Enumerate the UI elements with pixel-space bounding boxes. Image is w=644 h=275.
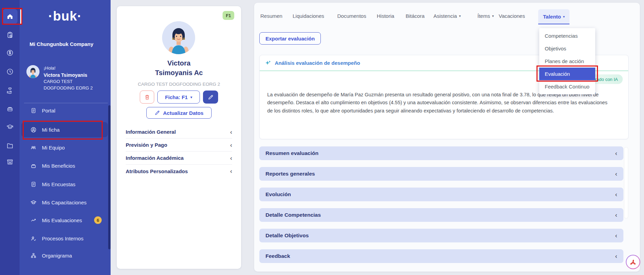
accordion-label: Reportes generales xyxy=(265,171,315,177)
tab-liquidaciones[interactable]: Liquidaciones xyxy=(293,13,324,19)
accordion-reportes-generales[interactable]: Reportes generales‹ xyxy=(259,167,623,181)
sidebar-item-label: Mis Capacitaciones xyxy=(42,200,87,205)
user-role-line2: DOGFOODING EORG 2 xyxy=(44,85,93,92)
training-icon[interactable] xyxy=(0,121,20,133)
person-circle-icon xyxy=(30,127,37,133)
time-icon[interactable] xyxy=(0,66,20,77)
org-chart-icon xyxy=(30,252,37,259)
tab-items[interactable]: Ítems▾ xyxy=(477,13,494,19)
sparkle-icon xyxy=(264,60,271,67)
sidebar-item-mis-evaluaciones[interactable]: Mis Evaluaciones 6 xyxy=(21,214,108,227)
caret-down-icon: ▾ xyxy=(459,14,461,18)
accordion-detalle-objetivos[interactable]: Detalle Objetivos‹ xyxy=(259,229,623,242)
pencil-icon xyxy=(208,94,214,100)
marketplace-icon[interactable] xyxy=(0,156,20,168)
section-informacion-general[interactable]: Información General‹ xyxy=(126,125,232,139)
company-name: Mi Chungunbuk Company xyxy=(30,41,93,47)
section-label: Información General xyxy=(126,129,176,135)
section-label: Atributos Personalizados xyxy=(126,168,188,174)
sidebar-item-procesos-internos[interactable]: Procesos Internos xyxy=(21,232,108,245)
export-evaluation-button[interactable]: Exportar evaluación xyxy=(259,32,321,45)
trash-icon xyxy=(144,94,150,100)
accordion-resumen-evaluacion[interactable]: Resumen evaluación‹ xyxy=(259,146,623,160)
chevron-left-icon: ‹ xyxy=(230,155,232,161)
documents-folder-icon[interactable] xyxy=(0,140,20,152)
notification-badge: 6 xyxy=(94,216,102,224)
section-prevision-y-pago[interactable]: Previsión y Pago‹ xyxy=(126,139,232,152)
buk-logo: ·buk· xyxy=(20,9,111,24)
accordion-label: Resumen evaluación xyxy=(265,150,318,156)
ficha-version-badge: F1 xyxy=(223,11,234,20)
dropdown-item-objetivos[interactable]: Objetivos xyxy=(539,42,595,55)
acrobat-icon xyxy=(629,258,637,266)
pdf-export-button[interactable] xyxy=(626,255,640,269)
section-informacion-academica[interactable]: Información Académica‹ xyxy=(126,152,232,165)
sidebar-scrollbar[interactable] xyxy=(108,105,111,249)
tab-vacaciones[interactable]: Vacaciones xyxy=(499,13,525,19)
chevron-left-icon: ‹ xyxy=(230,129,232,135)
accordion-label: Detalle Competencias xyxy=(265,212,321,218)
ficha-selector[interactable]: Ficha: F1 ▾ xyxy=(157,91,200,104)
chevron-left-icon: ‹ xyxy=(230,168,232,174)
accordion-feedback[interactable]: Feedback‹ xyxy=(259,249,623,263)
sidebar-item-portal[interactable]: Portal xyxy=(21,104,108,117)
sidebar-item-label: Mi Equipo xyxy=(42,145,65,151)
chevron-left-icon: ‹ xyxy=(615,253,617,259)
sidebar-item-label: Portal xyxy=(42,108,55,113)
accordion-label: Detalle Objetivos xyxy=(265,232,309,239)
home-icon[interactable] xyxy=(2,9,18,24)
accordion-evolucion[interactable]: Evolución‹ xyxy=(259,188,623,201)
sidebar-item-label: Procesos Internos xyxy=(42,236,83,241)
tab-documentos[interactable]: Documentos xyxy=(337,13,366,19)
tasks-icon[interactable] xyxy=(0,29,20,41)
employee-role: CARGO TEST DOGFOODING EORG 2 xyxy=(117,82,241,87)
document-icon xyxy=(30,107,37,114)
sidebar-item-label: Organigrama xyxy=(42,253,72,259)
sidebar-item-label: Mis Beneficios xyxy=(42,163,75,169)
team-icon xyxy=(30,144,37,151)
tab-asistencia[interactable]: Asistencia▾ xyxy=(433,13,461,19)
benefits-hand-icon[interactable] xyxy=(0,85,20,96)
celebrations-icon[interactable] xyxy=(0,103,20,115)
analysis-title: Análisis evaluación de desempeño xyxy=(275,60,360,66)
chevron-left-icon: ‹ xyxy=(615,150,617,156)
sidebar-item-label: Mi ficha xyxy=(42,127,60,133)
chevron-left-icon: ‹ xyxy=(615,212,617,218)
dropdown-item-evaluacion[interactable]: Evaluación xyxy=(539,68,595,80)
tab-talento[interactable]: Talento▾ xyxy=(538,9,569,24)
edit-button[interactable] xyxy=(203,91,218,104)
dropdown-item-feedback-continuo[interactable]: Feedback Continuo xyxy=(539,80,595,93)
payments-icon[interactable] xyxy=(0,47,20,59)
accordion-detalle-competencias[interactable]: Detalle Competencias‹ xyxy=(259,208,623,222)
sidebar-item-mi-equipo[interactable]: Mi Equipo xyxy=(21,141,108,154)
ficha-selector-label: Ficha: F1 xyxy=(165,94,188,100)
survey-icon xyxy=(30,181,37,188)
caret-down-icon: ▾ xyxy=(563,15,565,19)
active-rail-indicator xyxy=(20,9,21,24)
delete-button[interactable] xyxy=(140,91,154,104)
tab-historia[interactable]: Historia xyxy=(377,13,394,19)
talento-dropdown: Competencias Objetivos Planes de acción … xyxy=(539,28,595,94)
section-atributos-personalizados[interactable]: Atributos Personalizados‹ xyxy=(126,165,232,178)
profile-actions: Ficha: F1 ▾ xyxy=(117,91,241,104)
sidebar-item-mi-ficha[interactable]: Mi ficha xyxy=(21,122,108,137)
dropdown-item-competencias[interactable]: Competencias xyxy=(539,29,595,42)
user-role-line1: CARGO TEST xyxy=(44,79,93,85)
trend-icon xyxy=(30,217,37,224)
sidebar-item-organigrama[interactable]: Organigrama xyxy=(21,249,108,262)
pencil-icon xyxy=(155,110,160,116)
update-data-button[interactable]: Actualizar Datos xyxy=(146,107,212,119)
tab-resumen[interactable]: Resumen xyxy=(260,13,282,19)
content-scrollbar[interactable] xyxy=(624,147,628,218)
sidebar-item-mis-encuestas[interactable]: Mis Encuestas xyxy=(21,178,108,191)
sidebar-item-mis-capacitaciones[interactable]: Mis Capacitaciones xyxy=(21,196,108,209)
accordion-label: Evolución xyxy=(265,191,291,198)
user-summary: ¡Hola! Victora Tsimoyanis CARGO TEST DOG… xyxy=(26,65,93,92)
person-check-icon xyxy=(30,235,37,242)
section-label: Previsión y Pago xyxy=(126,142,167,148)
dropdown-item-planes-de-accion[interactable]: Planes de acción xyxy=(539,55,595,68)
analysis-body: La evaluación de desempeño de María Paz … xyxy=(267,91,611,115)
sidebar-panel: ·buk· Mi Chungunbuk Company ¡Hola! Victo… xyxy=(20,0,111,275)
tab-bitacora[interactable]: Bitácora xyxy=(406,13,425,19)
sidebar-item-mis-beneficios[interactable]: Mis Beneficios xyxy=(21,159,108,172)
